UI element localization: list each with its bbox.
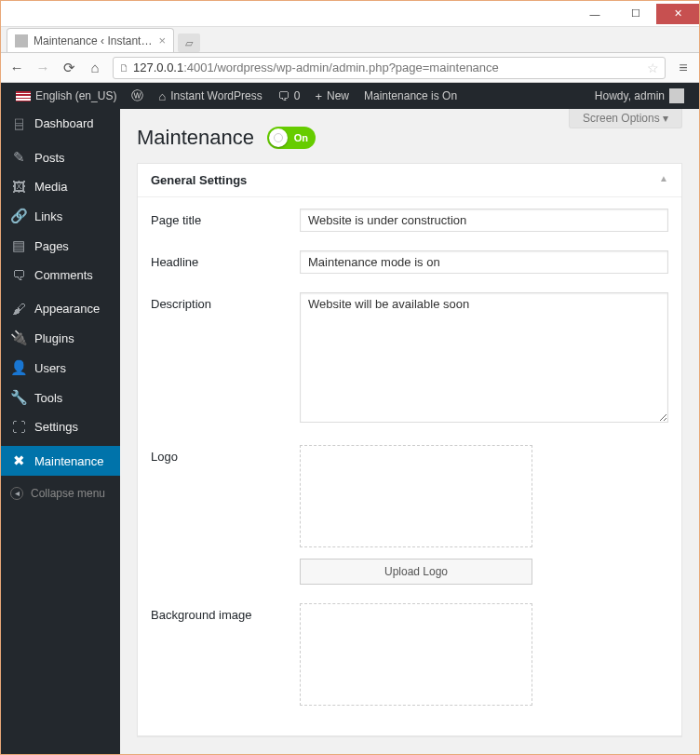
sidebar-item-media[interactable]: 🖾Media — [1, 172, 120, 201]
settings-icon: ⛶ — [10, 419, 27, 435]
window-maximize-button[interactable]: ☐ — [615, 4, 656, 24]
label-background: Background image — [151, 603, 300, 622]
maintenance-status[interactable]: Maintenance is On — [357, 89, 464, 102]
sidebar-item-dashboard[interactable]: ⌸Dashboard — [1, 109, 120, 138]
brush-icon: 🖌 — [10, 301, 27, 317]
label-page-title: Page title — [151, 209, 300, 227]
pin-icon: ✎ — [10, 149, 27, 166]
sidebar-item-users[interactable]: 👤Users — [1, 353, 120, 383]
panel-body: Page title Headline Description Logo — [138, 197, 681, 735]
wp-admin-bar: English (en_US) ⓦ ⌂ Instant WordPress 🗨 … — [1, 83, 699, 109]
input-headline[interactable] — [300, 250, 668, 274]
collapse-menu-button[interactable]: ◂Collapse menu — [1, 480, 120, 506]
comments-link[interactable]: 🗨 0 — [270, 89, 308, 103]
content-area: Screen Options ▾ Maintenance On General … — [120, 109, 699, 754]
tab-title: Maintenance ‹ Instant Wo… — [34, 34, 153, 47]
link-icon: 🔗 — [10, 208, 27, 224]
sidebar-item-posts[interactable]: ✎Posts — [1, 142, 120, 172]
sidebar-item-comments[interactable]: 🗨Comments — [1, 261, 120, 290]
plus-icon: + — [315, 89, 322, 103]
reload-button[interactable]: ⟳ — [61, 60, 77, 76]
dashboard-icon: ⌸ — [10, 115, 27, 131]
wordpress-icon: ⓦ — [131, 88, 143, 104]
label-logo: Logo — [151, 445, 300, 464]
site-name-link[interactable]: ⌂ Instant WordPress — [151, 89, 269, 103]
browser-tab-bar: Maintenance ‹ Instant Wo… × ▱ — [1, 27, 699, 53]
forward-button[interactable]: → — [34, 60, 51, 76]
background-dropzone[interactable] — [300, 603, 532, 706]
label-description: Description — [151, 292, 300, 311]
bookmark-star-icon[interactable]: ☆ — [647, 61, 659, 75]
toggle-label: On — [294, 132, 308, 143]
input-page-title[interactable] — [300, 209, 668, 232]
url-text: 127.0.0.1:4001/wordpress/wp-admin/admin.… — [133, 61, 499, 74]
wp-logo[interactable]: ⓦ — [124, 88, 151, 104]
toggle-handle — [269, 128, 288, 147]
plugin-icon: 🔌 — [10, 330, 27, 346]
address-bar[interactable]: 🗋 127.0.0.1:4001/wordpress/wp-admin/admi… — [113, 57, 666, 79]
row-page-title: Page title — [151, 209, 668, 232]
wrench-icon: 🔧 — [10, 389, 27, 406]
row-description: Description — [151, 292, 668, 426]
new-tab-button[interactable]: ▱ — [178, 34, 200, 52]
maintenance-toggle[interactable]: On — [267, 127, 316, 149]
avatar — [669, 88, 684, 103]
row-background: Background image — [151, 603, 668, 706]
row-headline: Headline — [151, 250, 668, 274]
admin-sidebar: ⌸Dashboard ✎Posts 🖾Media 🔗Links ▤Pages 🗨… — [1, 109, 120, 754]
comment-icon: 🗨 — [277, 89, 289, 103]
browser-toolbar: ← → ⟳ ⌂ 🗋 127.0.0.1:4001/wordpress/wp-ad… — [1, 53, 699, 83]
home-icon: ⌂ — [158, 89, 166, 103]
user-account-link[interactable]: Howdy, admin — [587, 88, 692, 103]
sidebar-item-settings[interactable]: ⛶Settings — [1, 412, 120, 441]
sidebar-item-pages[interactable]: ▤Pages — [1, 231, 120, 261]
browser-tab[interactable]: Maintenance ‹ Instant Wo… × — [7, 28, 174, 52]
wp-body: ⌸Dashboard ✎Posts 🖾Media 🔗Links ▤Pages 🗨… — [1, 109, 699, 754]
screen-options-tab[interactable]: Screen Options ▾ — [569, 109, 682, 128]
comment-icon: 🗨 — [10, 267, 27, 283]
tab-favicon — [15, 34, 28, 47]
tab-close-icon[interactable]: × — [158, 34, 166, 47]
collapse-icon: ◂ — [10, 487, 23, 500]
page-icon: 🗋 — [119, 62, 129, 74]
flag-icon — [16, 91, 31, 101]
window-minimize-button[interactable]: — — [574, 4, 615, 24]
sidebar-item-tools[interactable]: 🔧Tools — [1, 383, 120, 412]
back-button[interactable]: ← — [8, 60, 25, 76]
upload-logo-button[interactable]: Upload Logo — [300, 559, 532, 585]
page-title: Maintenance — [137, 126, 254, 150]
new-content-link[interactable]: + New — [307, 89, 357, 103]
browser-menu-button[interactable]: ≡ — [675, 60, 692, 76]
sidebar-item-appearance[interactable]: 🖌Appearance — [1, 294, 120, 323]
general-settings-panel: General Settings ▲ Page title Headline D… — [137, 163, 682, 736]
language-switcher[interactable]: English (en_US) — [8, 89, 124, 102]
logo-dropzone[interactable] — [300, 445, 532, 547]
user-icon: 👤 — [10, 359, 27, 376]
textarea-description[interactable] — [300, 292, 668, 423]
row-logo: Logo Upload Logo — [151, 445, 668, 585]
sidebar-item-links[interactable]: 🔗Links — [1, 201, 120, 231]
home-button[interactable]: ⌂ — [87, 60, 103, 76]
label-headline: Headline — [151, 250, 300, 269]
window-frame: — ☐ ✕ Maintenance ‹ Instant Wo… × ▱ ← → … — [0, 0, 700, 755]
panel-header[interactable]: General Settings ▲ — [138, 164, 681, 197]
panel-toggle-icon: ▲ — [659, 173, 668, 187]
media-icon: 🖾 — [10, 179, 27, 195]
sidebar-item-maintenance[interactable]: ✖Maintenance — [1, 446, 120, 476]
sidebar-item-plugins[interactable]: 🔌Plugins — [1, 323, 120, 353]
pages-icon: ▤ — [10, 237, 27, 254]
maintenance-icon: ✖ — [10, 452, 27, 469]
window-titlebar: — ☐ ✕ — [1, 1, 699, 27]
window-close-button[interactable]: ✕ — [656, 4, 699, 24]
